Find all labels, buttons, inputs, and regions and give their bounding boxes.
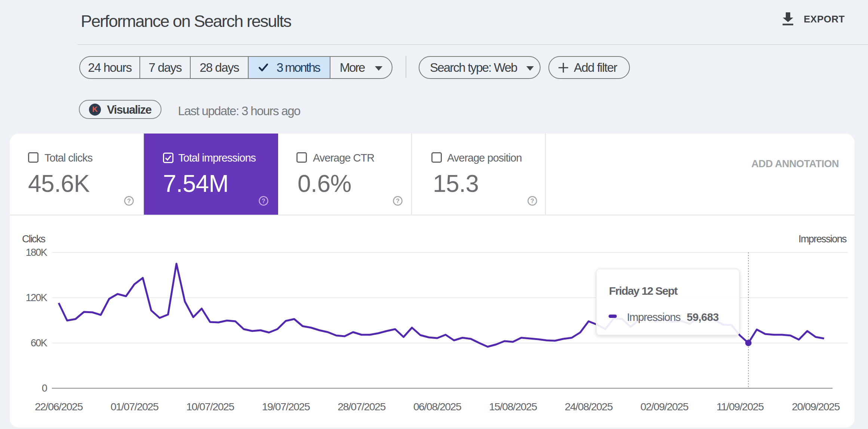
svg-text:22/06/2025: 22/06/2025 [35,401,83,413]
svg-text:11/09/2025: 11/09/2025 [717,401,764,413]
svg-text:0: 0 [42,383,47,394]
svg-text:120K: 120K [26,292,47,303]
svg-text:Clicks: Clicks [22,233,45,245]
svg-text:06/08/2025: 06/08/2025 [413,401,461,413]
svg-text:60K: 60K [31,337,47,349]
svg-text:20/09/2025: 20/09/2025 [792,401,840,413]
svg-text:24/08/2025: 24/08/2025 [565,401,613,413]
svg-text:15/08/2025: 15/08/2025 [489,401,537,413]
svg-text:180K: 180K [26,247,47,258]
svg-text:10/07/2025: 10/07/2025 [186,401,234,413]
svg-text:Impressions: Impressions [798,233,847,245]
svg-text:01/07/2025: 01/07/2025 [111,401,158,413]
svg-text:19/07/2025: 19/07/2025 [262,401,310,413]
svg-text:02/09/2025: 02/09/2025 [640,401,688,413]
svg-text:28/07/2025: 28/07/2025 [338,401,385,413]
